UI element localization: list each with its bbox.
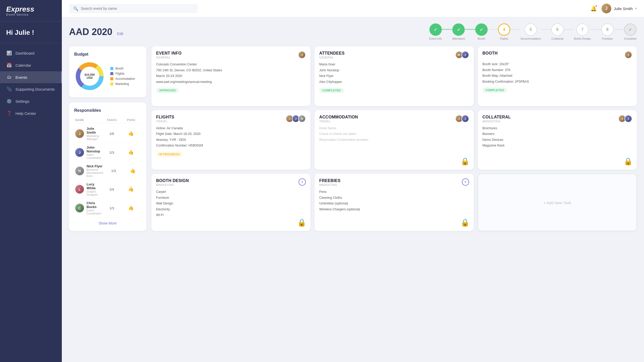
content-line: Booth Map: Attached [482, 73, 632, 79]
col-name: NAME [75, 118, 101, 122]
accommodation-card: ACCOMMODATION TRAVEL J J Hotel Name: Che… [315, 110, 473, 170]
content-line: Furniture [156, 195, 306, 201]
content-line: Brochures [482, 125, 632, 131]
responsibles-title: Responsibles [74, 108, 141, 113]
add-new-task-card[interactable]: + Add New Task [478, 174, 637, 231]
step-label-4: Flights [500, 37, 508, 40]
topbar: 🔍 🔔 J Julie Smith ▾ [62, 0, 644, 17]
resp-role-1: Sales Coordinator [87, 153, 101, 159]
sidebar-item-calendar[interactable]: 📅 Calendar [0, 59, 62, 71]
booth-titles: BOOTH [482, 51, 498, 56]
freebies-add-button[interactable]: + [462, 178, 469, 186]
poke-button-0[interactable]: 🤙 [122, 131, 140, 136]
step-circle-7: 7 [576, 23, 589, 36]
event-info-subtitle: GENERAL [156, 56, 182, 59]
content-line: Cleaning Cloths [319, 195, 469, 201]
search-bar[interactable]: 🔍 [69, 4, 198, 13]
content-line: Booking Confirmation: 2F5FBAS [482, 79, 632, 85]
table-row: N Nick Flyer Business Development Exec 1… [74, 162, 141, 180]
connector-6 [564, 29, 574, 30]
budget-amount: $15,000 USD [82, 73, 97, 79]
content-line: March 20-24 2020 [156, 73, 306, 79]
sidebar-nav: 📊 Dashboard 📅 Calendar 🗂 Events 📎 Suppor… [0, 43, 62, 362]
resp-name-wrap-0: Julie Smith Marketing Manager [87, 127, 101, 141]
calendar-icon: 📅 [6, 63, 12, 68]
content-line: Nick Flyer [319, 73, 469, 79]
legend-accommodation: Accomodation [110, 77, 135, 81]
resp-name-wrap-2: Nick Flyer Business Development Exec [87, 164, 103, 177]
freebies-subtitle: MARKETING [319, 183, 340, 186]
table-row: L Lucy White Graphic Designer 2/4 🤙 [74, 180, 141, 199]
step-circle-2: ✓ [452, 23, 465, 36]
legend-label-booth: Booth [115, 67, 123, 70]
content-line: 700 14th St, Denver, CO 80202, United St… [156, 67, 306, 73]
avatar: J [624, 51, 632, 59]
resp-name-wrap-3: Lucy White Graphic Designer [87, 182, 101, 196]
accommodation-header: ACCOMMODATION TRAVEL J J [319, 115, 469, 123]
resp-role-4: Event Coordinator [87, 209, 101, 215]
sidebar-item-events[interactable]: 🗂 Events [0, 71, 62, 83]
poke-button-3[interactable]: 🤙 [122, 186, 140, 192]
legend-label-flights: Flights [115, 72, 124, 75]
step-3[interactable]: ✓ Booth [475, 23, 488, 40]
show-more-button[interactable]: Show More [74, 221, 141, 225]
content-line: Hotel Name: [319, 125, 469, 131]
collateral-card: COLLATERAL MARKETING J J Brochures Banne… [478, 110, 637, 170]
resp-name-1: John Nonstop [87, 145, 101, 153]
notification-button[interactable]: 🔔 [590, 5, 597, 12]
legend-dot-marketing [110, 82, 113, 85]
avatar: J [298, 51, 306, 59]
step-5[interactable]: 5 Accommodation [521, 23, 541, 40]
step-label-5: Accommodation [521, 37, 541, 40]
step-9[interactable]: ✓ Complete! [624, 23, 637, 40]
step-2[interactable]: ✓ Attendees [452, 23, 465, 40]
connector-1 [442, 29, 452, 30]
sidebar-item-supporting-documents[interactable]: 📎 Supporting Documents [0, 83, 62, 95]
attendees-content: Maria Goer John Nonstop Nick Flyer Alex … [319, 62, 469, 85]
connector-8 [614, 29, 624, 30]
attendees-header: ATTENDEES GENERAL M J [319, 51, 469, 59]
sidebar-item-help[interactable]: ❓ Help Center [0, 107, 62, 119]
step-7[interactable]: 7 Booth Design [574, 23, 591, 40]
poke-button-1[interactable]: 🤙 [122, 150, 140, 155]
avatar: J [624, 115, 632, 123]
booth-design-subtitle: MARKETING [156, 183, 189, 186]
table-row: J John Nonstop Sales Coordinator 2/3 🤙 [74, 143, 141, 162]
legend-dot-accommodation [110, 77, 113, 80]
flights-subtitle: TRAVEL [156, 120, 174, 123]
flights-avatars: J J N [286, 115, 306, 123]
step-8[interactable]: 8 Freebies [601, 23, 614, 40]
resp-avatar-2: N [75, 167, 84, 175]
edit-link[interactable]: Edit [117, 32, 123, 36]
budget-legend: Booth Flights Accomodation [110, 67, 135, 86]
status-badge: APPROVED [156, 88, 179, 93]
user-menu[interactable]: J Julie Smith ▾ [601, 4, 637, 13]
sidebar-item-dashboard[interactable]: 📊 Dashboard [0, 47, 62, 59]
attendees-subtitle: GENERAL [319, 56, 344, 59]
add-new-task-button[interactable]: + Add New Task [543, 197, 571, 208]
user-name: Julie Smith [614, 6, 633, 11]
col-poke: POKE [122, 118, 140, 122]
search-input[interactable] [81, 6, 194, 11]
content-line: Magazine Rack [482, 143, 632, 149]
resp-info-3: L Lucy White Graphic Designer [75, 182, 101, 196]
freebies-card: FREEBIES MARKETING + Pens Cleaning Cloth… [315, 174, 473, 231]
sidebar-item-settings[interactable]: ⚙️ Settings [0, 95, 62, 107]
step-1[interactable]: ✓ Event Info [429, 23, 442, 40]
event-info-title: EVENT INFO [156, 51, 182, 56]
content-line: Reservation Confirmation Number: [319, 137, 469, 143]
avatar: J [461, 51, 469, 59]
content-line: Booth size: 10x20" [482, 61, 632, 67]
resp-role-0: Marketing Manager [87, 134, 101, 141]
resp-info-0: J Julie Smith Marketing Manager [75, 127, 101, 141]
booth-design-title: BOOTH DESIGN [156, 178, 189, 183]
accommodation-avatars: J J [455, 115, 469, 123]
step-6[interactable]: 6 Collateral [551, 23, 564, 40]
poke-button-4[interactable]: 🤙 [122, 205, 140, 211]
accommodation-subtitle: TRAVEL [319, 120, 358, 123]
sidebar-item-label: Supporting Documents [15, 87, 55, 91]
booth-design-add-button[interactable]: + [299, 178, 306, 186]
booth-design-header: BOOTH DESIGN MARKETING + [156, 178, 306, 186]
step-4[interactable]: 4 Flights [498, 23, 510, 40]
poke-button-2[interactable]: 🤙 [124, 168, 142, 174]
